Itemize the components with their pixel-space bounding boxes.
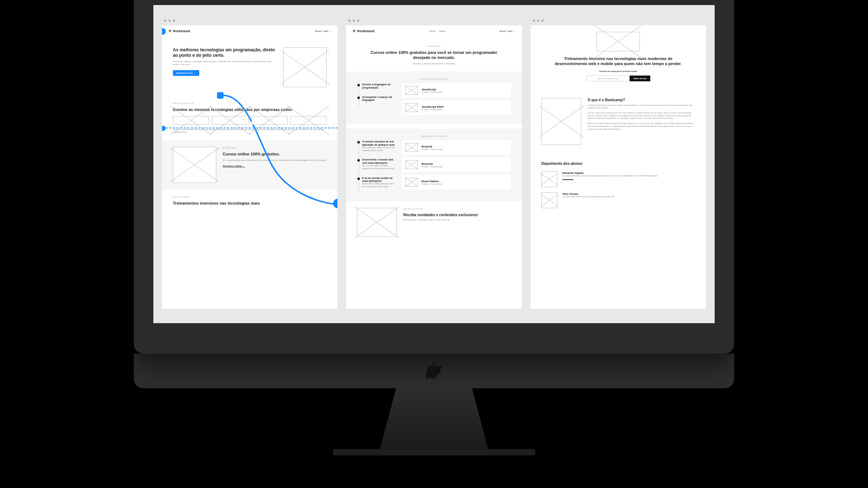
nav-link[interactable]: Sobre (439, 30, 445, 32)
bootcamp-hero: Treinamento imersivo nas tecnologias mai… (531, 25, 706, 88)
apple-logo-icon (426, 361, 442, 380)
starter-hero-caption: STARTER (364, 45, 503, 47)
course-sub: 14 aulas · 4 horas de aula (421, 108, 501, 111)
chevron-right-icon: → (505, 89, 507, 92)
artboard-2-wrap: ✈ Rocketseat Cursos Sobre Entrar / Login… (346, 20, 522, 309)
window-dots (531, 20, 706, 25)
fade (346, 298, 522, 309)
login-link[interactable]: Entrar / Login → (499, 30, 515, 32)
screen-bezel: › ✈ Rocketseat Entrar / Login → (134, 0, 734, 354)
chevron-right-icon: → (505, 164, 507, 166)
section2-caption: DESCUBRA AS (173, 102, 327, 104)
avatar-placeholder (541, 192, 557, 208)
course-sub: 14 aulas · 4 horas de aula (421, 148, 501, 150)
course-title: React Native (421, 180, 501, 183)
course-card[interactable]: React Native 14 aulas · 4 horas de aula … (402, 175, 511, 189)
hero-cta[interactable]: Descubra como → (173, 70, 199, 76)
artboard-home[interactable]: › ✈ Rocketseat Entrar / Login → (162, 25, 337, 309)
course-title: JavaScript ES6+ (421, 105, 501, 108)
testimonial: Vitor Souza As aulas estão sendo muito c… (541, 192, 695, 208)
starter-hero-title: Cursos online 100% gratuitos para você s… (364, 50, 503, 60)
course-title: JavaScript (421, 88, 501, 91)
topbar: ✈ Rocketseat Cursos Sobre Entrar / Login… (346, 25, 522, 37)
companies-section: DESCUBRA AS Domine as mesmas tecnologias… (162, 94, 337, 140)
nav-links: Cursos Sobre (429, 30, 445, 32)
artboard-1-wrap: › ✈ Rocketseat Entrar / Login → (162, 20, 337, 309)
bootcamp-caption: BOOTCAMP (173, 196, 327, 198)
chevron-right-icon: → (505, 107, 507, 109)
course-thumb-placeholder (405, 86, 418, 95)
course-thumb-placeholder (405, 178, 418, 187)
window-dots (162, 20, 337, 25)
bootcamp-title: Treinamentos imersivos nas tecnologias m… (173, 201, 327, 206)
what-is-bootcamp: O que é o Bootcamp? A tradução literal p… (531, 88, 706, 151)
prototype-hotspot[interactable] (217, 92, 224, 99)
section2-title: Domine as mesmas tecnologias utilizadas … (173, 107, 327, 112)
monitor-stand (380, 388, 488, 450)
brand[interactable]: ✈ Rocketseat (169, 29, 190, 33)
course-sub: 14 aulas · 4 horas de aula (421, 91, 501, 93)
newsletter-caption: NEWSLETTER (403, 208, 511, 210)
avatar-placeholder (541, 171, 557, 187)
testimonial-name: Vitor Souza (562, 192, 695, 196)
what-title: O que é o Bootcamp? (588, 98, 695, 103)
fade (162, 298, 337, 309)
artboard-3-wrap: Treinamento imersivo nas tecnologias mai… (531, 20, 706, 309)
timeline-item: E vá ao mundo mobile de suas aplicações … (362, 177, 397, 188)
email-field[interactable]: Digite seu melhor e-mail (586, 76, 630, 81)
hero-title: As melhores tecnologias em programação, … (173, 47, 277, 58)
testimonial-text: As aulas estão sendo muito conteúdo agre… (562, 175, 695, 177)
newsletter-title: Receba novidades e conteúdos exclusivos! (403, 213, 511, 218)
first-steps: PRIMEIROS STEPS Domine a linguagem de pr… (346, 72, 522, 124)
course-card[interactable]: JavaScript 14 aulas · 4 horas de aula → (402, 83, 511, 98)
second-steps: SEGUNDO STEPS A mesma estrutura de sua a… (346, 124, 522, 201)
starter-link[interactable]: Descubra o starter → (223, 165, 245, 167)
course-thumb-placeholder (405, 143, 418, 152)
bootcamp-hero-title: Treinamento imersivo nas tecnologias mai… (549, 56, 688, 67)
testimonials-title: Depoimento dos alunos (541, 162, 695, 166)
submit-button[interactable]: Saber de tudo (630, 76, 650, 81)
nav-link[interactable]: Cursos (429, 30, 436, 32)
course-title: NodeJS (421, 145, 501, 148)
bootcamp-hero-image-placeholder (596, 32, 640, 51)
login-link[interactable]: Entrar / Login → (315, 30, 331, 32)
fold-guide (162, 128, 337, 128)
brand-name: Rocketseat (357, 29, 374, 33)
logo-placeholder (290, 116, 327, 125)
signup-form: Digite seu melhor e-mail Saber de tudo (549, 76, 688, 81)
monitor-foot (333, 449, 535, 455)
starter-hero: STARTER Cursos online 100% gratuitos par… (346, 37, 522, 72)
bootcamp-image-placeholder (541, 98, 581, 145)
hero: As melhores tecnologias em programação, … (162, 37, 337, 94)
testimonial-text: As aulas estão sendo muito conteúdo agre… (562, 196, 695, 198)
hero-subtitle: Dominar as melhores tecnologias desenvol… (173, 60, 277, 66)
course-sub: 14 aulas · 4 horas de aula (421, 166, 501, 168)
course-card[interactable]: NodeJS 14 aulas · 4 horas de aula → (402, 140, 511, 155)
starter-section: STARTER Cursos online 100% gratuitos. É … (162, 140, 337, 189)
course-card[interactable]: ReactJS 14 aulas · 4 horas de aula → (402, 158, 511, 172)
bootcamp-section: BOOTCAMP Treinamentos imersivos nas tecn… (162, 189, 337, 215)
rocket-icon: ✈ (353, 29, 356, 33)
course-sub: 14 aulas · 4 horas de aula (421, 183, 501, 185)
artboard-starter[interactable]: ✈ Rocketseat Cursos Sobre Entrar / Login… (346, 25, 522, 309)
imac-mockup: › ✈ Rocketseat Entrar / Login → (134, 0, 734, 455)
brand[interactable]: ✈ Rocketseat (353, 29, 374, 33)
starter-caption: STARTER (223, 147, 327, 149)
company-logos (173, 116, 327, 125)
form-label: Garanta sua vaga para a próxima turma! (549, 70, 688, 73)
rocket-icon: ✈ (169, 29, 171, 33)
starter-title: Cursos online 100% gratuitos. (223, 152, 327, 157)
course-thumb-placeholder (405, 103, 418, 112)
course-card[interactable]: JavaScript ES6+ 14 aulas · 4 horas de au… (402, 100, 511, 115)
hero-image-placeholder (283, 47, 327, 87)
design-canvas[interactable]: › ✈ Rocketseat Entrar / Login → (153, 5, 715, 323)
window-dots (346, 20, 522, 25)
logo-placeholder (251, 116, 288, 125)
steps-caption-2: SEGUNDO STEPS (357, 135, 511, 137)
testimonial-name: Eduardo Spada (562, 171, 695, 175)
starter-image-placeholder (173, 147, 216, 183)
course-thumb-placeholder (405, 160, 418, 169)
what-p3: Esse foi o desafio mais ótimo porém os s… (588, 122, 695, 130)
artboard-bootcamp[interactable]: Treinamento imersivo nas tecnologias mai… (531, 25, 706, 309)
logo-placeholder (173, 116, 209, 125)
